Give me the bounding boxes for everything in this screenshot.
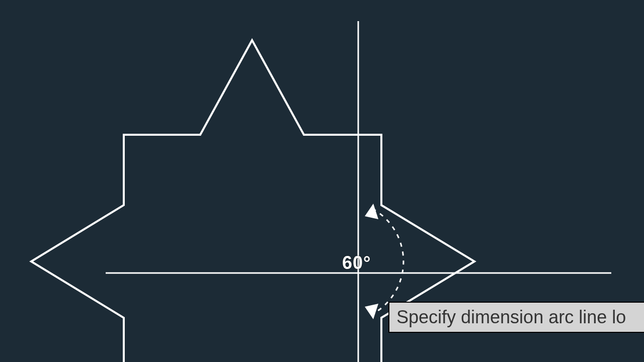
dimension-arrow-top bbox=[365, 204, 378, 219]
angle-dimension-label: 60° bbox=[342, 252, 371, 274]
drawing-canvas[interactable]: 60° Specify dimension arc line lo bbox=[0, 0, 644, 362]
command-prompt-tooltip[interactable]: Specify dimension arc line lo bbox=[388, 302, 644, 333]
dimension-arc bbox=[372, 209, 404, 314]
dimension-arrow-bottom bbox=[365, 304, 378, 319]
